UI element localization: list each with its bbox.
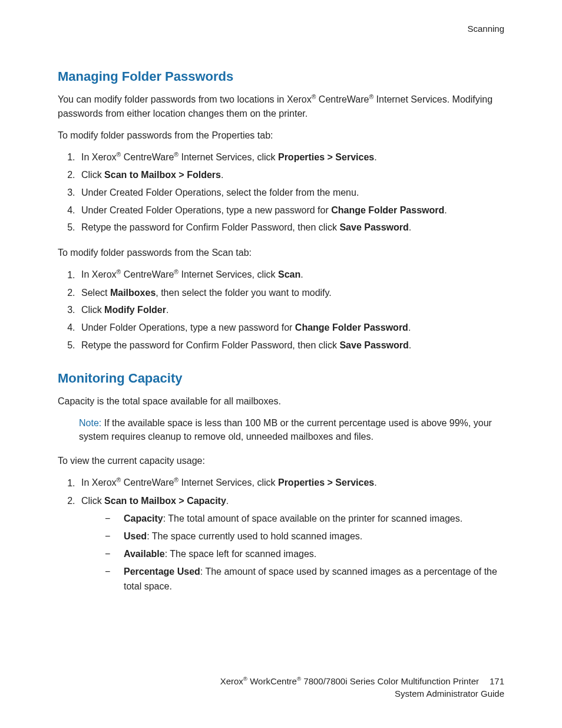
lead-paragraph: To modify folder passwords from the Scan… [58,246,504,259]
ordered-list-properties-tab: In Xerox® CentreWare® Internet Services,… [58,150,504,235]
note-block: Note: If the available space is less tha… [58,416,504,443]
list-item: Click Scan to Mailbox > Folders. [78,168,504,183]
list-item: In Xerox® CentreWare® Internet Services,… [78,150,504,165]
lead-paragraph: To modify folder passwords from the Prop… [58,129,504,142]
heading-managing-folder-passwords: Managing Folder Passwords [58,69,504,84]
reg-icon: ® [174,477,178,483]
list-item: Click Scan to Mailbox > Capacity. Capaci… [78,494,504,594]
lead-paragraph: To view the current capacity usage: [58,454,504,467]
list-item: Used: The space currently used to hold s… [105,529,504,544]
section-name: Scanning [467,24,504,34]
intro-paragraph: You can modify folder passwords from two… [58,93,504,120]
list-item: Under Folder Operations, type a new pass… [78,321,504,335]
definition-list: Capacity: The total amount of space avai… [81,512,504,594]
page-number: 171 [490,675,504,687]
list-item: Click Modify Folder. [78,303,504,318]
list-item: Available: The space left for scanned im… [105,547,504,562]
intro-paragraph: Capacity is the total space available fo… [58,394,504,408]
list-item: Under Created Folder Operations, type a … [78,203,504,218]
reg-icon: ® [174,151,178,158]
list-item: In Xerox® CentreWare® Internet Services,… [78,476,504,490]
footer-line-2: System Administrator Guide [58,687,504,700]
reg-icon: ® [174,269,178,275]
document-page: Scanning Managing Folder Passwords You c… [0,0,562,728]
footer-line-1: Xerox® WorkCentre® 7800/7800i Series Col… [58,675,504,687]
list-item: Select Mailboxes, then select the folder… [78,286,504,301]
page-footer: Xerox® WorkCentre® 7800/7800i Series Col… [58,675,504,700]
list-item: In Xerox® CentreWare® Internet Services,… [78,268,504,282]
list-item: Capacity: The total amount of space avai… [105,512,504,526]
ordered-list-scan-tab: In Xerox® CentreWare® Internet Services,… [58,268,504,353]
list-item: Retype the password for Confirm Folder P… [78,220,504,235]
ordered-list-capacity: In Xerox® CentreWare® Internet Services,… [58,476,504,594]
list-item: Retype the password for Confirm Folder P… [78,338,504,353]
reg-icon: ® [369,94,374,100]
running-header: Scanning [58,24,504,34]
heading-monitoring-capacity: Monitoring Capacity [58,371,504,386]
note-label: Note: [79,418,101,428]
list-item: Under Created Folder Operations, select … [78,186,504,200]
reg-icon: ® [243,676,247,682]
list-item: Percentage Used: The amount of space use… [105,565,504,594]
note-text: If the available space is less than 100 … [79,418,492,442]
